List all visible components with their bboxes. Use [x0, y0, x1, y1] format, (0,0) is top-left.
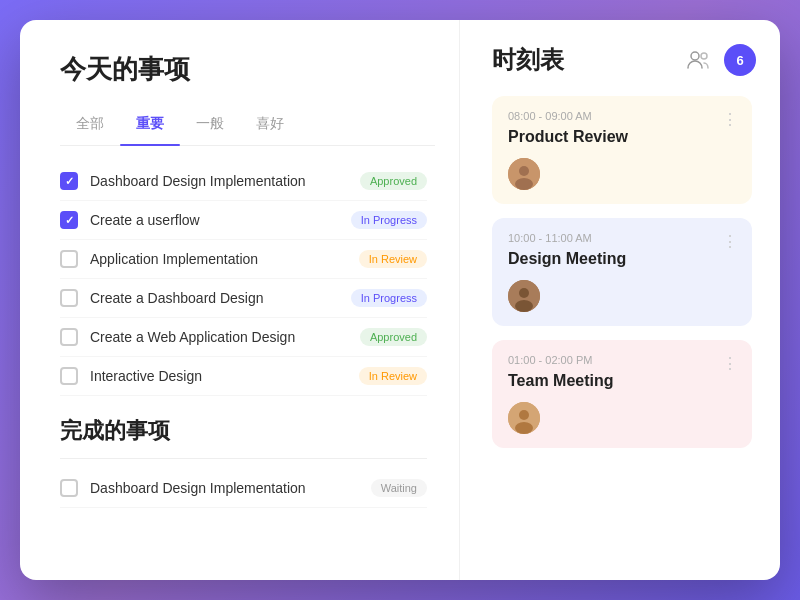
- list-item: Create a Web Application Design Approved: [60, 318, 427, 357]
- schedule-card-3: 01:00 - 02:00 PM Team Meeting ⋮: [492, 340, 752, 448]
- svg-point-10: [515, 422, 533, 434]
- task-checkbox-5[interactable]: [60, 328, 78, 346]
- task-checkbox-6[interactable]: [60, 367, 78, 385]
- left-panel: 今天的事项 全部 重要 一般 喜好 Dashboard Design Imple…: [20, 20, 460, 580]
- svg-point-1: [701, 53, 707, 59]
- avatar-3: [508, 402, 540, 434]
- right-header: 时刻表 6: [492, 44, 756, 76]
- card-title-1: Product Review: [508, 128, 736, 146]
- task-list: Dashboard Design Implementation Approved…: [60, 162, 435, 580]
- list-item: Create a userflow In Progress: [60, 201, 427, 240]
- task-badge-4: In Progress: [351, 289, 427, 307]
- divider: [60, 458, 427, 459]
- task-name-4: Create a Dashboard Design: [90, 290, 351, 306]
- svg-point-0: [691, 52, 699, 60]
- tab-general[interactable]: 一般: [180, 107, 240, 145]
- schedule-list: 08:00 - 09:00 AM Product Review ⋮ 10:00 …: [492, 96, 756, 580]
- list-item: Dashboard Design Implementation Waiting: [60, 469, 427, 508]
- card-title-2: Design Meeting: [508, 250, 736, 268]
- task-checkbox-2[interactable]: [60, 211, 78, 229]
- completed-task-name-1: Dashboard Design Implementation: [90, 480, 371, 496]
- card-menu-1[interactable]: ⋮: [722, 110, 738, 129]
- card-time-1: 08:00 - 09:00 AM: [508, 110, 736, 122]
- card-time-3: 01:00 - 02:00 PM: [508, 354, 736, 366]
- task-checkbox-4[interactable]: [60, 289, 78, 307]
- tab-important[interactable]: 重要: [120, 107, 180, 145]
- task-name-3: Application Implementation: [90, 251, 359, 267]
- right-actions: 6: [682, 44, 756, 76]
- task-badge-5: Approved: [360, 328, 427, 346]
- card-menu-3[interactable]: ⋮: [722, 354, 738, 373]
- task-badge-6: In Review: [359, 367, 427, 385]
- list-item: Interactive Design In Review: [60, 357, 427, 396]
- list-item: Application Implementation In Review: [60, 240, 427, 279]
- today-tasks-title: 今天的事项: [60, 52, 435, 87]
- tab-favorite[interactable]: 喜好: [240, 107, 300, 145]
- completed-tasks-title: 完成的事项: [60, 416, 427, 446]
- task-name-1: Dashboard Design Implementation: [90, 173, 360, 189]
- task-badge-3: In Review: [359, 250, 427, 268]
- completed-checkbox-1[interactable]: [60, 479, 78, 497]
- svg-point-6: [519, 288, 529, 298]
- avatar-1: [508, 158, 540, 190]
- list-item: Dashboard Design Implementation Approved: [60, 162, 427, 201]
- task-badge-1: Approved: [360, 172, 427, 190]
- svg-point-9: [519, 410, 529, 420]
- card-menu-2[interactable]: ⋮: [722, 232, 738, 251]
- task-name-5: Create a Web Application Design: [90, 329, 360, 345]
- completed-task-badge-1: Waiting: [371, 479, 427, 497]
- card-time-2: 10:00 - 11:00 AM: [508, 232, 736, 244]
- svg-point-7: [515, 300, 533, 312]
- schedule-title: 时刻表: [492, 44, 564, 76]
- svg-point-3: [519, 166, 529, 176]
- people-icon[interactable]: [682, 44, 714, 76]
- task-name-2: Create a userflow: [90, 212, 351, 228]
- task-name-6: Interactive Design: [90, 368, 359, 384]
- right-panel: 时刻表 6 08:00 - 09:00 AM Product Review: [460, 20, 780, 580]
- tab-all[interactable]: 全部: [60, 107, 120, 145]
- card-title-3: Team Meeting: [508, 372, 736, 390]
- avatar-2: [508, 280, 540, 312]
- svg-point-4: [515, 178, 533, 190]
- task-tabs: 全部 重要 一般 喜好: [60, 107, 435, 146]
- schedule-card-2: 10:00 - 11:00 AM Design Meeting ⋮: [492, 218, 752, 326]
- schedule-card-1: 08:00 - 09:00 AM Product Review ⋮: [492, 96, 752, 204]
- task-badge-2: In Progress: [351, 211, 427, 229]
- list-item: Create a Dashboard Design In Progress: [60, 279, 427, 318]
- main-container: 今天的事项 全部 重要 一般 喜好 Dashboard Design Imple…: [20, 20, 780, 580]
- task-checkbox-3[interactable]: [60, 250, 78, 268]
- count-badge[interactable]: 6: [724, 44, 756, 76]
- task-checkbox-1[interactable]: [60, 172, 78, 190]
